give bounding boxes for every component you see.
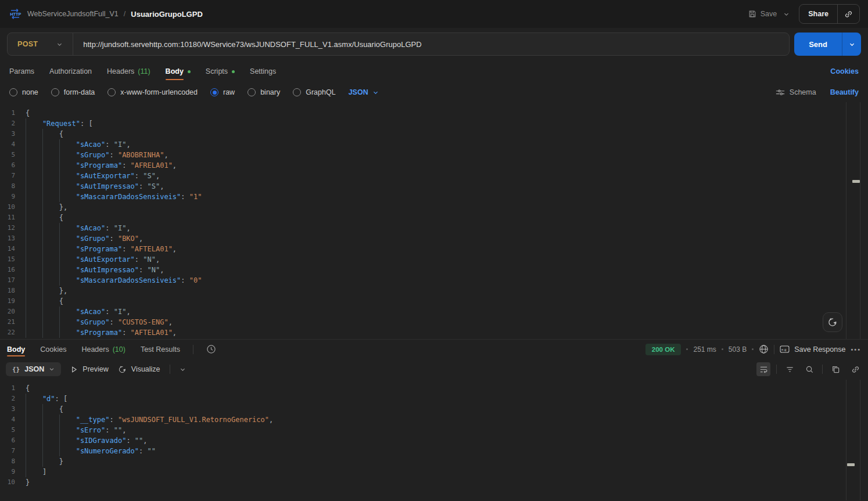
indent-guide — [42, 181, 59, 192]
code-line: 10} — [0, 477, 868, 488]
indent-guide — [42, 150, 59, 160]
link-icon[interactable] — [848, 362, 862, 376]
url-input[interactable]: http://jundsoft.servehttp.com:10180/WSer… — [73, 40, 431, 49]
indent-guide — [59, 150, 76, 160]
line-number: 2 — [0, 118, 26, 129]
body-mode-raw[interactable]: raw — [210, 88, 235, 96]
tab-scripts[interactable]: Scripts — [206, 60, 235, 82]
wrap-text-button[interactable] — [756, 362, 770, 376]
tab-label-wrap: Test Results — [141, 340, 180, 359]
response-body-editor[interactable]: 1{2"d": [3{4"__type": "wsJUNDSOFT_FULL_V… — [0, 380, 868, 500]
body-mode-form-data[interactable]: form-data — [51, 88, 95, 96]
code-token: "sNumeroGerado" — [76, 447, 139, 455]
method-selector[interactable]: POST — [8, 33, 73, 55]
radio-icon — [107, 88, 116, 96]
line-number: 10 — [0, 477, 26, 488]
format-chevron-down-icon — [49, 366, 55, 372]
response-tab-headers[interactable]: Headers(10) — [81, 340, 125, 359]
code-token: , — [168, 318, 173, 326]
code-line: 2"Request": [ — [0, 118, 868, 129]
body-mode-none[interactable]: none — [9, 88, 38, 96]
tab-body[interactable]: Body — [166, 60, 191, 82]
scrollbar-thumb[interactable] — [852, 180, 860, 183]
indent-guide — [42, 233, 59, 244]
code-token: : — [109, 151, 117, 159]
filter-icon[interactable] — [783, 362, 797, 376]
send-button-group: Send — [794, 33, 861, 56]
save-button[interactable]: Save — [748, 10, 790, 18]
code-line: 15"sAutExportar": "N", — [0, 254, 868, 265]
cookies-link[interactable]: Cookies — [830, 67, 859, 75]
code-line: 5"sErro": "", — [0, 425, 868, 435]
code-content: { — [26, 129, 63, 139]
body-mode-label: none — [22, 88, 38, 96]
body-mode-graphql[interactable]: GraphQL — [293, 88, 335, 96]
postbot-button[interactable] — [823, 312, 842, 332]
preview-button[interactable]: Preview — [70, 365, 108, 373]
code-token: "sErro" — [76, 426, 106, 434]
example-icon: e.g — [780, 345, 790, 353]
code-token: "sMascararDadosSensiveis" — [76, 193, 181, 201]
tab-label-wrap: Authorization — [49, 60, 92, 82]
breadcrumb-collection[interactable]: WebServiceJundsoftFull_V1 — [27, 10, 119, 18]
body-mode-x-www-form-urlencoded[interactable]: x-www-form-urlencoded — [107, 88, 198, 96]
response-tab-cookies[interactable]: Cookies — [40, 340, 66, 359]
body-mode-binary[interactable]: binary — [248, 88, 280, 96]
code-token: : — [181, 276, 189, 284]
tab-headers[interactable]: Headers(11) — [107, 60, 150, 82]
request-body-editor[interactable]: 1{2"Request": [3{4"sAcao": "I",5"sGrupo"… — [0, 102, 868, 340]
raw-language-select[interactable]: JSON — [349, 88, 379, 96]
code-token: "ABOBRINHA" — [118, 151, 164, 159]
send-options-chevron-icon[interactable] — [842, 33, 861, 56]
network-globe-icon[interactable] — [759, 344, 769, 354]
indent-guide — [42, 171, 59, 181]
radio-icon — [248, 88, 256, 96]
code-content: { — [26, 383, 30, 394]
save-response-button[interactable]: e.g Save Response — [780, 345, 845, 354]
code-token: "S" — [148, 182, 160, 190]
indent-guide — [26, 307, 42, 317]
view-chevron-down-icon[interactable] — [180, 366, 186, 373]
tab-count-badge: (11) — [138, 67, 150, 75]
code-content: "sGrupo": "CUSTOS-ENG", — [26, 317, 173, 327]
more-options-icon[interactable]: ••• — [851, 346, 861, 353]
line-number: 3 — [0, 404, 26, 415]
code-content: "sGrupo": "BKO", — [26, 233, 143, 244]
share-button[interactable]: Share — [799, 5, 837, 23]
send-button[interactable]: Send — [794, 33, 842, 56]
visualize-button[interactable]: Visualize — [118, 365, 160, 374]
code-content: }, — [26, 202, 67, 212]
code-content: "sPrograma": "AFTELA01", — [26, 244, 177, 254]
indent-guide — [42, 435, 59, 446]
beautify-button[interactable]: Beautify — [830, 88, 859, 96]
tab-params[interactable]: Params — [9, 60, 34, 82]
schema-button[interactable]: Schema — [776, 88, 816, 96]
response-format-select[interactable]: {} JSON — [6, 362, 61, 376]
response-tab-body[interactable]: Body — [7, 340, 25, 359]
code-token: "" — [135, 437, 143, 445]
method-chevron-down-icon — [56, 41, 63, 48]
tab-authorization[interactable]: Authorization — [49, 60, 92, 82]
save-chevron-down-icon[interactable] — [783, 11, 790, 17]
scrollbar-thumb[interactable] — [847, 463, 855, 466]
history-icon[interactable] — [206, 344, 216, 354]
code-token: : — [135, 172, 143, 180]
indent-guide — [26, 150, 42, 160]
indent-guide — [42, 317, 59, 327]
response-tab-test-results[interactable]: Test Results — [141, 340, 180, 359]
copy-link-icon[interactable] — [838, 5, 859, 23]
breadcrumb-request-name[interactable]: UsuarioGrupoLGPD — [131, 10, 203, 19]
code-content: { — [26, 108, 30, 118]
code-token: }, — [59, 203, 67, 211]
code-line: 1{ — [0, 108, 868, 118]
tab-settings[interactable]: Settings — [250, 60, 276, 82]
indent-guide — [26, 265, 42, 275]
code-token: "sPrograma" — [76, 329, 122, 337]
dot-separator — [752, 348, 754, 350]
copy-icon[interactable] — [828, 362, 842, 376]
code-line: 16"sAutImpressao": "N", — [0, 265, 868, 275]
indent-guide — [26, 139, 42, 150]
modified-dot-icon — [232, 70, 235, 73]
indent-guide — [26, 244, 42, 254]
search-icon[interactable] — [802, 362, 816, 376]
